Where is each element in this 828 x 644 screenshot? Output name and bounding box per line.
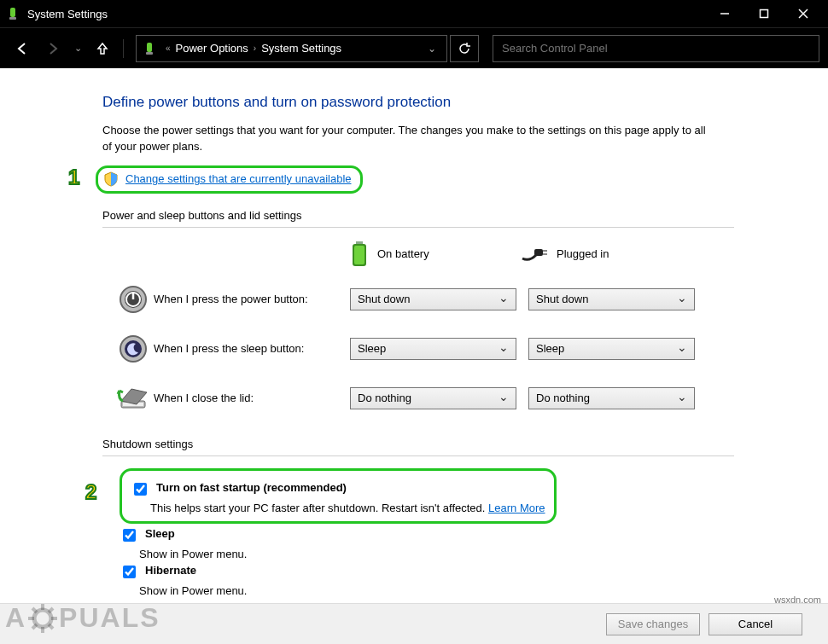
svg-rect-0 bbox=[10, 8, 15, 17]
svg-line-29 bbox=[49, 608, 53, 612]
breadcrumb-icon bbox=[142, 41, 157, 56]
annotation-highlight-2: Turn on fast startup (recommended) This … bbox=[120, 468, 557, 524]
svg-line-27 bbox=[32, 608, 37, 612]
sleep-button-plugged-select[interactable]: Sleep bbox=[528, 338, 695, 360]
col-plugged-in: Plugged in bbox=[521, 247, 691, 262]
up-button[interactable] bbox=[89, 35, 116, 62]
annotation-number-2: 2 bbox=[85, 480, 96, 504]
section-title: Shutdown settings bbox=[102, 438, 734, 452]
learn-more-link[interactable]: Learn More bbox=[488, 502, 545, 514]
power-buttons-section: Power and sleep buttons and lid settings… bbox=[102, 209, 734, 417]
col-battery-label: On battery bbox=[377, 247, 429, 260]
svg-line-30 bbox=[32, 624, 37, 629]
shutdown-settings-section: Shutdown settings 2 Turn on fast startup… bbox=[102, 438, 734, 597]
title-bar: System Settings bbox=[0, 0, 828, 27]
plug-icon bbox=[521, 247, 548, 262]
window-title: System Settings bbox=[27, 8, 705, 20]
breadcrumb-chevron-icon: › bbox=[254, 44, 256, 53]
battery-icon bbox=[350, 240, 369, 269]
power-button-plugged-select[interactable]: Shut down bbox=[528, 288, 695, 310]
lid-battery-select[interactable]: Do nothing bbox=[350, 387, 516, 409]
svg-rect-1 bbox=[9, 17, 16, 20]
back-button[interactable] bbox=[9, 35, 36, 62]
hibernate-label: Hibernate bbox=[145, 564, 196, 577]
breadcrumb-chevron-icon: « bbox=[166, 44, 171, 53]
breadcrumb-item-power-options[interactable]: Power Options bbox=[176, 42, 248, 55]
lid-label: When I close the lid: bbox=[154, 392, 350, 404]
sleep-checkbox[interactable] bbox=[123, 529, 136, 542]
power-button-row: When I press the power button: Shut down… bbox=[102, 281, 734, 318]
power-button-label: When I press the power button: bbox=[154, 293, 350, 305]
nav-bar: ⌄ « Power Options › System Settings ⌄ bbox=[0, 27, 828, 68]
uac-shield-icon bbox=[103, 171, 119, 187]
breadcrumb-dropdown-icon[interactable]: ⌄ bbox=[423, 43, 441, 55]
svg-line-28 bbox=[49, 624, 53, 629]
annotation-number-1: 1 bbox=[68, 165, 79, 189]
fast-startup-checkbox[interactable] bbox=[134, 483, 147, 496]
search-input[interactable] bbox=[493, 35, 819, 62]
page-title: Define power buttons and turn on passwor… bbox=[102, 94, 734, 111]
hibernate-checkbox[interactable] bbox=[123, 566, 136, 578]
sleep-button-battery-select[interactable]: Sleep bbox=[350, 338, 516, 360]
sleep-button-icon bbox=[113, 330, 154, 368]
content-area: Define power buttons and turn on passwor… bbox=[0, 68, 828, 644]
svg-rect-8 bbox=[356, 241, 363, 244]
hibernate-desc: Show in Power menu. bbox=[139, 584, 734, 597]
lid-row: When I close the lid: Do nothing Do noth… bbox=[102, 380, 734, 417]
cancel-button[interactable]: Cancel bbox=[708, 613, 802, 635]
annotation-highlight-1: Change settings that are currently unava… bbox=[96, 165, 363, 194]
page-description: Choose the power settings that you want … bbox=[102, 123, 717, 155]
forward-button[interactable] bbox=[39, 35, 67, 62]
recent-dropdown[interactable]: ⌄ bbox=[70, 35, 85, 62]
refresh-button[interactable] bbox=[450, 35, 479, 62]
svg-rect-11 bbox=[534, 249, 543, 256]
svg-rect-10 bbox=[354, 246, 364, 264]
lid-icon bbox=[113, 380, 154, 417]
close-button[interactable] bbox=[784, 0, 823, 27]
power-button-battery-select[interactable]: Shut down bbox=[350, 288, 516, 310]
sleep-button-label: When I press the sleep button: bbox=[154, 342, 350, 355]
minimize-button[interactable] bbox=[705, 0, 744, 27]
col-plugged-label: Plugged in bbox=[557, 247, 609, 260]
watermark-right: wsxdn.com bbox=[774, 595, 821, 605]
breadcrumb-item-system-settings[interactable]: System Settings bbox=[261, 42, 341, 55]
section-title: Power and sleep buttons and lid settings bbox=[102, 209, 734, 223]
fast-startup-desc: This helps start your PC faster after sh… bbox=[150, 502, 545, 514]
lid-plugged-select[interactable]: Do nothing bbox=[528, 387, 695, 409]
sleep-desc: Show in Power menu. bbox=[139, 548, 734, 560]
breadcrumb[interactable]: « Power Options › System Settings ⌄ bbox=[136, 35, 447, 62]
fast-startup-label: Turn on fast startup (recommended) bbox=[156, 481, 347, 494]
svg-rect-3 bbox=[761, 10, 768, 18]
section-divider bbox=[102, 455, 734, 456]
save-button[interactable]: Save changes bbox=[606, 613, 700, 635]
col-on-battery: On battery bbox=[350, 240, 521, 269]
section-divider bbox=[102, 227, 734, 228]
svg-rect-6 bbox=[147, 43, 152, 52]
watermark-left: APUALS bbox=[5, 602, 160, 634]
sleep-button-row: When I press the sleep button: Sleep Sle… bbox=[102, 330, 734, 368]
sleep-label: Sleep bbox=[145, 527, 175, 540]
svg-rect-7 bbox=[146, 52, 153, 55]
change-settings-link[interactable]: Change settings that are currently unava… bbox=[125, 172, 352, 185]
app-icon bbox=[5, 6, 20, 21]
search-box[interactable] bbox=[493, 35, 819, 62]
nav-separator bbox=[123, 39, 124, 58]
power-button-icon bbox=[113, 281, 154, 318]
maximize-button[interactable] bbox=[744, 0, 784, 27]
window-controls bbox=[705, 0, 823, 27]
column-headers: On battery Plugged in bbox=[124, 240, 734, 269]
gear-icon bbox=[28, 604, 57, 633]
